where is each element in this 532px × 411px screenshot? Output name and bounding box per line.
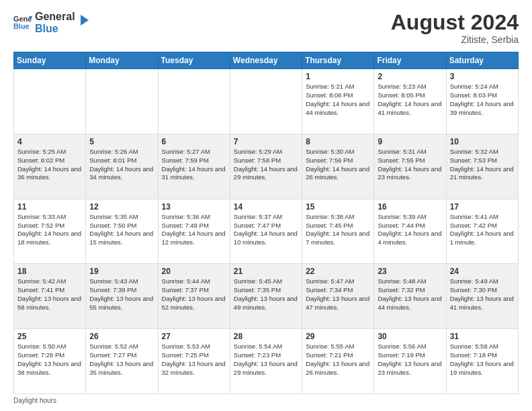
day-cell-23: 23Sunrise: 5:48 AM Sunset: 7:32 PM Dayli… (374, 264, 446, 329)
col-header-saturday: Saturday (446, 52, 518, 69)
day-info: Sunrise: 5:37 AM Sunset: 7:47 PM Dayligh… (234, 213, 298, 247)
day-number: 4 (17, 137, 82, 146)
daylight-label: Daylight hours (13, 397, 56, 404)
day-cell-27: 27Sunrise: 5:53 AM Sunset: 7:25 PM Dayli… (158, 329, 230, 394)
week-row-1: 1Sunrise: 5:21 AM Sunset: 8:06 PM Daylig… (14, 69, 519, 134)
day-number: 25 (17, 332, 82, 341)
location-subtitle: Zitiste, Serbia (391, 34, 519, 45)
logo-arrow-icon (75, 13, 89, 27)
week-row-2: 4Sunrise: 5:25 AM Sunset: 8:02 PM Daylig… (14, 134, 519, 199)
day-info: Sunrise: 5:23 AM Sunset: 8:05 PM Dayligh… (378, 83, 442, 117)
day-cell-10: 10Sunrise: 5:32 AM Sunset: 7:53 PM Dayli… (446, 134, 518, 199)
day-info: Sunrise: 5:41 AM Sunset: 7:42 PM Dayligh… (450, 213, 515, 247)
empty-cell (230, 69, 302, 134)
day-info: Sunrise: 5:53 AM Sunset: 7:25 PM Dayligh… (162, 342, 226, 377)
month-year-title: August 2024 (391, 11, 519, 34)
day-number: 16 (378, 202, 442, 212)
day-number: 11 (17, 202, 82, 212)
title-block: August 2024 Zitiste, Serbia (391, 11, 519, 45)
day-number: 30 (378, 332, 442, 341)
day-cell-1: 1Sunrise: 5:21 AM Sunset: 8:06 PM Daylig… (302, 69, 374, 134)
day-number: 28 (234, 332, 298, 341)
col-header-friday: Friday (374, 52, 446, 69)
day-info: Sunrise: 5:52 AM Sunset: 7:27 PM Dayligh… (89, 342, 154, 377)
day-cell-7: 7Sunrise: 5:29 AM Sunset: 7:58 PM Daylig… (230, 134, 302, 199)
day-info: Sunrise: 5:42 AM Sunset: 7:41 PM Dayligh… (17, 277, 82, 312)
day-number: 29 (306, 332, 370, 341)
day-number: 20 (162, 267, 226, 276)
day-info: Sunrise: 5:31 AM Sunset: 7:55 PM Dayligh… (378, 148, 442, 182)
day-info: Sunrise: 5:27 AM Sunset: 7:59 PM Dayligh… (162, 148, 226, 182)
day-info: Sunrise: 5:36 AM Sunset: 7:49 PM Dayligh… (162, 213, 226, 247)
day-info: Sunrise: 5:29 AM Sunset: 7:58 PM Dayligh… (234, 148, 298, 182)
day-number: 2 (378, 72, 442, 81)
day-cell-19: 19Sunrise: 5:43 AM Sunset: 7:39 PM Dayli… (86, 264, 158, 329)
day-number: 6 (162, 137, 226, 146)
day-cell-22: 22Sunrise: 5:47 AM Sunset: 7:34 PM Dayli… (302, 264, 374, 329)
day-number: 9 (378, 137, 442, 146)
day-cell-9: 9Sunrise: 5:31 AM Sunset: 7:55 PM Daylig… (374, 134, 446, 199)
day-number: 22 (306, 267, 370, 276)
day-number: 13 (162, 202, 226, 212)
day-cell-20: 20Sunrise: 5:44 AM Sunset: 7:37 PM Dayli… (158, 264, 230, 329)
day-cell-13: 13Sunrise: 5:36 AM Sunset: 7:49 PM Dayli… (158, 199, 230, 264)
day-info: Sunrise: 5:55 AM Sunset: 7:21 PM Dayligh… (306, 342, 370, 377)
svg-marker-3 (81, 15, 89, 26)
day-number: 3 (450, 72, 515, 81)
day-number: 18 (17, 267, 82, 276)
logo: General Blue General Blue (13, 11, 89, 34)
day-info: Sunrise: 5:38 AM Sunset: 7:45 PM Dayligh… (306, 213, 370, 247)
day-cell-16: 16Sunrise: 5:39 AM Sunset: 7:44 PM Dayli… (374, 199, 446, 264)
day-info: Sunrise: 5:35 AM Sunset: 7:50 PM Dayligh… (89, 213, 154, 247)
day-cell-17: 17Sunrise: 5:41 AM Sunset: 7:42 PM Dayli… (446, 199, 518, 264)
day-number: 5 (89, 137, 154, 146)
header: General Blue General Blue August 2024 Zi… (13, 11, 519, 45)
day-number: 19 (89, 267, 154, 276)
day-info: Sunrise: 5:48 AM Sunset: 7:32 PM Dayligh… (378, 277, 442, 312)
col-header-tuesday: Tuesday (158, 52, 230, 69)
week-row-4: 18Sunrise: 5:42 AM Sunset: 7:41 PM Dayli… (14, 264, 519, 329)
day-info: Sunrise: 5:44 AM Sunset: 7:37 PM Dayligh… (162, 277, 226, 312)
day-cell-2: 2Sunrise: 5:23 AM Sunset: 8:05 PM Daylig… (374, 69, 446, 134)
day-number: 15 (306, 202, 370, 212)
calendar-table: SundayMondayTuesdayWednesdayThursdayFrid… (13, 52, 519, 394)
day-cell-21: 21Sunrise: 5:45 AM Sunset: 7:35 PM Dayli… (230, 264, 302, 329)
general-blue-logo-icon: General Blue (13, 13, 32, 32)
day-cell-31: 31Sunrise: 5:58 AM Sunset: 7:18 PM Dayli… (446, 329, 518, 394)
day-info: Sunrise: 5:49 AM Sunset: 7:30 PM Dayligh… (450, 277, 515, 312)
col-header-wednesday: Wednesday (230, 52, 302, 69)
day-number: 23 (378, 267, 442, 276)
logo-blue: Blue (35, 23, 75, 35)
day-number: 27 (162, 332, 226, 341)
day-cell-8: 8Sunrise: 5:30 AM Sunset: 7:56 PM Daylig… (302, 134, 374, 199)
day-info: Sunrise: 5:26 AM Sunset: 8:01 PM Dayligh… (89, 148, 154, 182)
day-info: Sunrise: 5:25 AM Sunset: 8:02 PM Dayligh… (17, 148, 82, 182)
logo-general: General (35, 11, 75, 23)
footer-note: Daylight hours (13, 397, 519, 404)
calendar-header-row: SundayMondayTuesdayWednesdayThursdayFrid… (14, 52, 519, 69)
day-info: Sunrise: 5:58 AM Sunset: 7:18 PM Dayligh… (450, 342, 515, 377)
day-number: 21 (234, 267, 298, 276)
col-header-thursday: Thursday (302, 52, 374, 69)
day-info: Sunrise: 5:43 AM Sunset: 7:39 PM Dayligh… (89, 277, 154, 312)
day-number: 26 (89, 332, 154, 341)
day-info: Sunrise: 5:45 AM Sunset: 7:35 PM Dayligh… (234, 277, 298, 312)
day-info: Sunrise: 5:56 AM Sunset: 7:19 PM Dayligh… (378, 342, 442, 377)
day-number: 17 (450, 202, 515, 212)
day-cell-4: 4Sunrise: 5:25 AM Sunset: 8:02 PM Daylig… (14, 134, 86, 199)
day-cell-25: 25Sunrise: 5:50 AM Sunset: 7:28 PM Dayli… (14, 329, 86, 394)
day-number: 1 (306, 72, 370, 81)
day-cell-6: 6Sunrise: 5:27 AM Sunset: 7:59 PM Daylig… (158, 134, 230, 199)
day-info: Sunrise: 5:47 AM Sunset: 7:34 PM Dayligh… (306, 277, 370, 312)
day-number: 31 (450, 332, 515, 341)
day-cell-18: 18Sunrise: 5:42 AM Sunset: 7:41 PM Dayli… (14, 264, 86, 329)
day-number: 8 (306, 137, 370, 146)
col-header-sunday: Sunday (14, 52, 86, 69)
day-info: Sunrise: 5:39 AM Sunset: 7:44 PM Dayligh… (378, 213, 442, 247)
day-cell-14: 14Sunrise: 5:37 AM Sunset: 7:47 PM Dayli… (230, 199, 302, 264)
col-header-monday: Monday (86, 52, 158, 69)
week-row-5: 25Sunrise: 5:50 AM Sunset: 7:28 PM Dayli… (14, 329, 519, 394)
day-number: 24 (450, 267, 515, 276)
svg-text:Blue: Blue (13, 22, 30, 30)
empty-cell (86, 69, 158, 134)
